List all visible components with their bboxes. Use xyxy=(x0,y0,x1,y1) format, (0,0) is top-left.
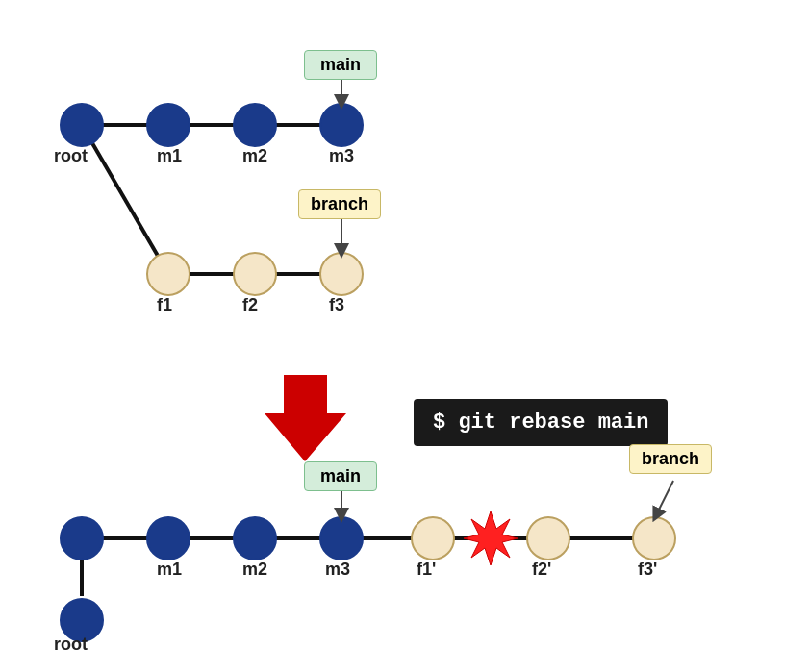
svg-point-24 xyxy=(147,517,190,560)
svg-point-6 xyxy=(61,104,103,146)
label-m1-top: m1 xyxy=(157,146,182,166)
svg-point-26 xyxy=(320,517,363,560)
svg-point-11 xyxy=(234,253,276,295)
label-f3-top: f3 xyxy=(329,295,344,315)
svg-point-25 xyxy=(234,517,276,560)
svg-line-33 xyxy=(656,481,673,515)
svg-point-9 xyxy=(320,104,363,146)
svg-point-7 xyxy=(147,104,190,146)
label-f2p-bottom: f2' xyxy=(532,560,551,580)
label-root-bottom: root xyxy=(54,635,88,655)
svg-line-3 xyxy=(82,125,168,274)
svg-point-30 xyxy=(633,517,675,560)
svg-point-28 xyxy=(412,517,454,560)
label-m2-top: m2 xyxy=(242,146,267,166)
label-f1-top: f1 xyxy=(157,295,172,315)
command-box: $ git rebase main xyxy=(414,399,668,446)
label-f3p-bottom: f3' xyxy=(638,560,657,580)
label-m3-bottom: m3 xyxy=(325,560,350,580)
svg-marker-15 xyxy=(265,375,346,461)
label-f1p-bottom: f1' xyxy=(417,560,436,580)
diagram-container: main branch root m1 m2 m3 f1 f2 f3 $ git… xyxy=(0,0,809,672)
svg-point-8 xyxy=(234,104,276,146)
diagram-svg xyxy=(0,0,809,672)
svg-point-29 xyxy=(527,517,569,560)
tag-branch-bottom: branch xyxy=(629,444,712,474)
tag-branch-top: branch xyxy=(298,189,381,219)
tag-main-top: main xyxy=(304,50,377,80)
svg-point-12 xyxy=(320,253,363,295)
svg-point-23 xyxy=(61,517,103,560)
tag-main-bottom: main xyxy=(304,461,377,491)
label-m2-bottom: m2 xyxy=(242,560,267,580)
svg-marker-31 xyxy=(464,511,518,565)
label-f2-top: f2 xyxy=(242,295,258,315)
svg-point-10 xyxy=(147,253,190,295)
label-root-top: root xyxy=(54,146,88,166)
label-m1-bottom: m1 xyxy=(157,560,182,580)
label-m3-top: m3 xyxy=(329,146,354,166)
